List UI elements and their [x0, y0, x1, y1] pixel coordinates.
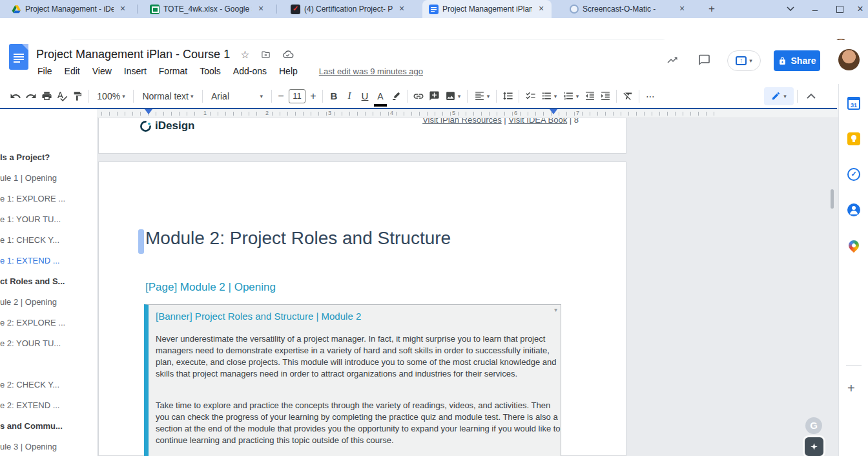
new-tab-button[interactable]: + — [705, 3, 718, 16]
outline-item[interactable]: e 2: YOUR TU... — [0, 338, 97, 348]
calendar-icon[interactable]: 31 — [847, 97, 860, 110]
body-paragraph-1[interactable]: Never underestimate the versatility of a… — [156, 333, 561, 380]
page-1[interactable]: Visit iPlan Resources | Visit IDEA Book … — [98, 118, 626, 154]
font-size-field[interactable]: 11 — [289, 89, 305, 103]
tab-screencast[interactable]: Screencast-O-Matic - × — [563, 0, 692, 18]
account-avatar[interactable] — [838, 49, 860, 70]
hide-menus-icon[interactable] — [803, 88, 819, 105]
outline-item[interactable]: e 2: EXPLORE ... — [0, 318, 97, 327]
page-subheading[interactable]: [Page] Module 2 | Opening — [145, 281, 276, 294]
star-document-icon[interactable]: ☆ — [240, 48, 249, 61]
print-icon[interactable] — [39, 88, 54, 105]
line-spacing-icon[interactable] — [500, 88, 515, 105]
decrease-font-size-button[interactable]: − — [275, 88, 287, 105]
paint-format-icon[interactable] — [70, 88, 85, 105]
outline-item[interactable]: e 1: EXPLORE ... — [0, 194, 97, 203]
banner-block[interactable]: ▾ [Banner] Project Roles and Structure |… — [144, 304, 561, 456]
last-edit-link[interactable]: Last edit was 9 minutes ago — [319, 67, 423, 76]
chevron-down-icon[interactable]: ▾ — [554, 306, 557, 313]
ruler[interactable]: 1 2 3 4 5 6 7 — [97, 109, 838, 118]
bulleted-list-button[interactable]: ▾ — [538, 88, 560, 105]
outline-item[interactable]: e 1: CHECK Y... — [0, 235, 97, 245]
decrease-indent-icon[interactable] — [582, 88, 597, 105]
more-options-button[interactable]: ⋯ — [643, 88, 658, 105]
menu-addons[interactable]: Add-ons — [233, 66, 267, 76]
zoom-select[interactable]: 100%▾ — [92, 88, 130, 105]
text-color-button[interactable]: A — [373, 88, 388, 105]
outline-item[interactable]: ule 2 | Opening — [0, 297, 97, 307]
page-2[interactable]: Module 2: Project Roles and Structure [P… — [98, 161, 626, 456]
present-button[interactable]: ↑ ▾ — [727, 50, 761, 71]
tab-docs-active[interactable]: Project Management iPlan - × — [422, 0, 552, 18]
outline-item[interactable]: e 1: YOUR TU... — [0, 214, 97, 224]
redo-icon[interactable] — [23, 88, 39, 105]
close-icon[interactable]: × — [397, 4, 407, 14]
editing-mode-button[interactable]: ▾ — [764, 87, 794, 105]
menu-view[interactable]: View — [92, 66, 112, 76]
checklist-icon[interactable] — [522, 88, 538, 105]
tab-sheets[interactable]: TOTE_4wk.xlsx - Google Shee × — [143, 0, 271, 18]
tasks-icon[interactable]: ✓ — [847, 168, 860, 181]
close-window-button[interactable]: × — [852, 0, 868, 18]
outline-item[interactable]: s and Commu... — [0, 421, 97, 431]
align-button[interactable]: ▾ — [471, 88, 493, 105]
menu-tools[interactable]: Tools — [200, 66, 221, 76]
italic-button[interactable]: I — [342, 88, 357, 105]
cloud-saved-icon[interactable] — [282, 50, 294, 59]
grammarly-widget[interactable]: G — [805, 417, 822, 434]
module-heading[interactable]: Module 2: Project Roles and Structure — [145, 228, 451, 249]
right-indent-marker[interactable] — [550, 109, 557, 114]
paragraph-style-select[interactable]: Normal text▾ — [137, 88, 199, 105]
outline-item-active[interactable]: e 1: EXTEND ... — [0, 256, 97, 265]
move-folder-icon[interactable] — [260, 50, 271, 59]
close-icon[interactable]: × — [677, 4, 687, 14]
iplan-resources-link[interactable]: Visit iPlan Resources — [422, 118, 502, 125]
vertical-scrollbar[interactable] — [831, 189, 834, 209]
numbered-list-button[interactable]: ▾ — [560, 88, 582, 105]
clear-formatting-icon[interactable] — [620, 88, 636, 105]
get-addons-button[interactable]: + — [847, 381, 855, 396]
tab-certification[interactable]: (4) Certification Project- Proj × — [284, 0, 412, 18]
keep-icon[interactable] — [847, 132, 860, 145]
idea-book-link[interactable]: Visit IDEA Book — [508, 118, 567, 125]
underline-button[interactable]: U — [357, 88, 373, 105]
tab-drive[interactable]: Project Management - iDesi × — [5, 0, 133, 18]
document-title[interactable]: Project Management iPlan - Course 1 — [36, 48, 230, 61]
tab-search-icon[interactable] — [783, 0, 798, 18]
outline-item[interactable]: e 2: CHECK Y... — [0, 380, 97, 389]
highlight-color-icon[interactable] — [388, 88, 404, 105]
menu-help[interactable]: Help — [279, 66, 298, 76]
banner-title[interactable]: [Banner] Project Roles and Structure | M… — [156, 311, 361, 322]
menu-file[interactable]: File — [37, 66, 52, 76]
contacts-icon[interactable] — [847, 203, 860, 216]
outline-item[interactable]: ule 3 | Opening — [0, 442, 97, 451]
insert-link-icon[interactable] — [411, 88, 426, 105]
comments-icon[interactable] — [698, 54, 711, 69]
left-indent-marker[interactable] — [145, 109, 152, 114]
add-comment-icon[interactable] — [426, 88, 442, 105]
increase-indent-icon[interactable] — [597, 88, 613, 105]
outline-item[interactable]: Is a Project? — [0, 152, 97, 162]
share-button[interactable]: Share — [774, 50, 820, 71]
spellcheck-icon[interactable] — [54, 88, 70, 105]
menu-edit[interactable]: Edit — [65, 66, 80, 76]
sparkle-widget-button[interactable] — [805, 437, 823, 456]
undo-icon[interactable] — [8, 88, 23, 105]
activity-chart-icon[interactable] — [665, 54, 679, 68]
close-icon[interactable]: × — [118, 4, 128, 14]
insert-image-button[interactable]: ▾ — [442, 88, 464, 105]
document-canvas[interactable]: Visit iPlan Resources | Visit IDEA Book … — [97, 118, 838, 456]
body-paragraph-2[interactable]: Take time to explore and practice the co… — [156, 400, 561, 446]
close-icon[interactable]: × — [256, 4, 266, 14]
maximize-button[interactable] — [832, 0, 847, 18]
menu-format[interactable]: Format — [159, 66, 187, 76]
menu-insert[interactable]: Insert — [124, 66, 147, 76]
close-icon[interactable]: × — [536, 4, 546, 14]
outline-item[interactable]: ct Roles and S... — [0, 276, 97, 286]
font-select[interactable]: Arial▾ — [206, 88, 268, 105]
outline-item[interactable]: ule 1 | Opening — [0, 173, 97, 183]
outline-item[interactable]: e 2: EXTEND ... — [0, 400, 97, 410]
increase-font-size-button[interactable]: + — [307, 88, 319, 105]
maps-icon[interactable] — [847, 239, 860, 252]
minimize-button[interactable]: – — [807, 0, 823, 18]
